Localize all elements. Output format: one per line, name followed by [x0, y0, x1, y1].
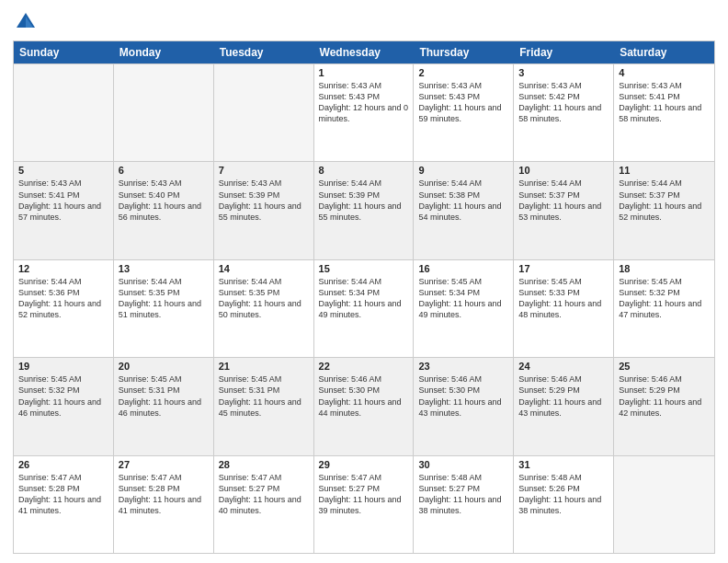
day-number: 8: [319, 165, 409, 176]
calendar-cell: 4Sunrise: 5:43 AMSunset: 5:41 PMDaylight…: [614, 64, 714, 161]
calendar-row-4: 19Sunrise: 5:45 AMSunset: 5:32 PMDayligh…: [14, 357, 714, 454]
cell-info: Sunrise: 5:46 AMSunset: 5:30 PMDaylight:…: [319, 373, 409, 419]
day-header-monday: Monday: [114, 41, 214, 63]
cell-info: Sunrise: 5:44 AMSunset: 5:35 PMDaylight:…: [219, 276, 309, 321]
calendar-row-2: 5Sunrise: 5:43 AMSunset: 5:41 PMDaylight…: [14, 161, 714, 259]
calendar-cell: 12Sunrise: 5:44 AMSunset: 5:36 PMDayligh…: [14, 260, 114, 357]
cell-info: Sunrise: 5:48 AMSunset: 5:27 PMDaylight:…: [418, 472, 508, 517]
cell-info: Sunrise: 5:43 AMSunset: 5:41 PMDaylight:…: [619, 80, 710, 125]
calendar-cell: 27Sunrise: 5:47 AMSunset: 5:28 PMDayligh…: [114, 456, 214, 553]
calendar-cell: 28Sunrise: 5:47 AMSunset: 5:27 PMDayligh…: [214, 456, 314, 553]
calendar-cell: 8Sunrise: 5:44 AMSunset: 5:39 PMDaylight…: [314, 162, 415, 259]
day-number: 23: [418, 361, 508, 372]
day-number: 20: [119, 361, 209, 372]
calendar-cell: [614, 456, 714, 553]
cell-info: Sunrise: 5:47 AMSunset: 5:27 PMDaylight:…: [219, 472, 309, 517]
day-number: 13: [119, 263, 209, 274]
day-number: 28: [219, 459, 309, 470]
calendar: SundayMondayTuesdayWednesdayThursdayFrid…: [13, 40, 715, 554]
day-number: 10: [518, 165, 609, 176]
calendar-cell: 26Sunrise: 5:47 AMSunset: 5:28 PMDayligh…: [14, 456, 114, 553]
calendar-cell: 18Sunrise: 5:45 AMSunset: 5:32 PMDayligh…: [614, 260, 714, 357]
cell-info: Sunrise: 5:44 AMSunset: 5:37 PMDaylight:…: [619, 178, 710, 223]
day-number: 6: [119, 165, 209, 176]
day-number: 1: [319, 67, 409, 78]
cell-info: Sunrise: 5:46 AMSunset: 5:29 PMDaylight:…: [518, 373, 609, 419]
day-number: 27: [119, 459, 209, 470]
day-number: 18: [619, 263, 710, 274]
day-number: 26: [18, 459, 108, 470]
cell-info: Sunrise: 5:48 AMSunset: 5:26 PMDaylight:…: [518, 472, 609, 517]
cell-info: Sunrise: 5:45 AMSunset: 5:31 PMDaylight:…: [219, 373, 309, 419]
cell-info: Sunrise: 5:43 AMSunset: 5:40 PMDaylight:…: [119, 178, 209, 223]
calendar-cell: 25Sunrise: 5:46 AMSunset: 5:29 PMDayligh…: [614, 358, 714, 454]
day-number: 31: [518, 459, 609, 470]
day-number: 12: [18, 263, 108, 274]
day-header-sunday: Sunday: [14, 41, 114, 63]
day-header-friday: Friday: [514, 41, 614, 63]
day-header-saturday: Saturday: [614, 41, 714, 63]
cell-info: Sunrise: 5:45 AMSunset: 5:32 PMDaylight:…: [619, 276, 710, 321]
calendar-cell: 21Sunrise: 5:45 AMSunset: 5:31 PMDayligh…: [214, 358, 314, 454]
day-number: 4: [619, 67, 710, 78]
calendar-cell: [114, 64, 214, 161]
cell-info: Sunrise: 5:44 AMSunset: 5:36 PMDaylight:…: [18, 276, 108, 321]
day-header-thursday: Thursday: [414, 41, 514, 63]
cell-info: Sunrise: 5:44 AMSunset: 5:38 PMDaylight:…: [418, 178, 508, 223]
calendar-cell: 3Sunrise: 5:43 AMSunset: 5:42 PMDaylight…: [514, 64, 614, 161]
calendar-cell: 20Sunrise: 5:45 AMSunset: 5:31 PMDayligh…: [114, 358, 214, 454]
day-number: 2: [418, 67, 508, 78]
day-number: 24: [518, 361, 609, 372]
calendar-cell: 5Sunrise: 5:43 AMSunset: 5:41 PMDaylight…: [14, 162, 114, 259]
cell-info: Sunrise: 5:43 AMSunset: 5:43 PMDaylight:…: [319, 80, 409, 125]
calendar-cell: 10Sunrise: 5:44 AMSunset: 5:37 PMDayligh…: [514, 162, 614, 259]
cell-info: Sunrise: 5:44 AMSunset: 5:34 PMDaylight:…: [319, 276, 409, 321]
cell-info: Sunrise: 5:47 AMSunset: 5:28 PMDaylight:…: [18, 472, 108, 517]
day-number: 16: [418, 263, 508, 274]
page: SundayMondayTuesdayWednesdayThursdayFrid…: [0, 0, 728, 563]
day-number: 21: [219, 361, 309, 372]
day-number: 14: [219, 263, 309, 274]
calendar-cell: 29Sunrise: 5:47 AMSunset: 5:27 PMDayligh…: [314, 456, 415, 553]
calendar-cell: 17Sunrise: 5:45 AMSunset: 5:33 PMDayligh…: [514, 260, 614, 357]
cell-info: Sunrise: 5:46 AMSunset: 5:30 PMDaylight:…: [418, 373, 508, 419]
calendar-cell: [14, 64, 114, 161]
day-header-wednesday: Wednesday: [314, 41, 415, 63]
calendar-cell: 15Sunrise: 5:44 AMSunset: 5:34 PMDayligh…: [314, 260, 415, 357]
calendar-cell: 19Sunrise: 5:45 AMSunset: 5:32 PMDayligh…: [14, 358, 114, 454]
day-number: 19: [18, 361, 108, 372]
day-number: 5: [18, 165, 108, 176]
day-number: 9: [418, 165, 508, 176]
calendar-cell: 1Sunrise: 5:43 AMSunset: 5:43 PMDaylight…: [314, 64, 415, 161]
calendar-cell: 31Sunrise: 5:48 AMSunset: 5:26 PMDayligh…: [514, 456, 614, 553]
calendar-cell: 14Sunrise: 5:44 AMSunset: 5:35 PMDayligh…: [214, 260, 314, 357]
day-number: 30: [418, 459, 508, 470]
calendar-cell: 16Sunrise: 5:45 AMSunset: 5:34 PMDayligh…: [414, 260, 514, 357]
calendar-cell: 7Sunrise: 5:43 AMSunset: 5:39 PMDaylight…: [214, 162, 314, 259]
day-number: 29: [319, 459, 409, 470]
cell-info: Sunrise: 5:44 AMSunset: 5:37 PMDaylight:…: [518, 178, 609, 223]
cell-info: Sunrise: 5:43 AMSunset: 5:41 PMDaylight:…: [18, 178, 108, 223]
header: [13, 9, 715, 35]
cell-info: Sunrise: 5:45 AMSunset: 5:32 PMDaylight:…: [18, 373, 108, 419]
day-number: 7: [219, 165, 309, 176]
calendar-cell: 9Sunrise: 5:44 AMSunset: 5:38 PMDaylight…: [414, 162, 514, 259]
calendar-cell: 22Sunrise: 5:46 AMSunset: 5:30 PMDayligh…: [314, 358, 415, 454]
logo-icon: [13, 9, 39, 35]
calendar-header: SundayMondayTuesdayWednesdayThursdayFrid…: [14, 41, 714, 63]
cell-info: Sunrise: 5:47 AMSunset: 5:28 PMDaylight:…: [119, 472, 209, 517]
day-header-tuesday: Tuesday: [214, 41, 314, 63]
day-number: 22: [319, 361, 409, 372]
calendar-row-5: 26Sunrise: 5:47 AMSunset: 5:28 PMDayligh…: [14, 455, 714, 553]
cell-info: Sunrise: 5:44 AMSunset: 5:39 PMDaylight:…: [319, 178, 409, 223]
logo: [13, 9, 42, 35]
cell-info: Sunrise: 5:46 AMSunset: 5:29 PMDaylight:…: [619, 373, 710, 419]
cell-info: Sunrise: 5:43 AMSunset: 5:42 PMDaylight:…: [518, 80, 609, 125]
calendar-body: 1Sunrise: 5:43 AMSunset: 5:43 PMDaylight…: [14, 63, 714, 553]
calendar-row-3: 12Sunrise: 5:44 AMSunset: 5:36 PMDayligh…: [14, 259, 714, 357]
calendar-cell: 11Sunrise: 5:44 AMSunset: 5:37 PMDayligh…: [614, 162, 714, 259]
cell-info: Sunrise: 5:44 AMSunset: 5:35 PMDaylight:…: [119, 276, 209, 321]
cell-info: Sunrise: 5:43 AMSunset: 5:39 PMDaylight:…: [219, 178, 309, 223]
calendar-cell: 30Sunrise: 5:48 AMSunset: 5:27 PMDayligh…: [414, 456, 514, 553]
day-number: 25: [619, 361, 710, 372]
